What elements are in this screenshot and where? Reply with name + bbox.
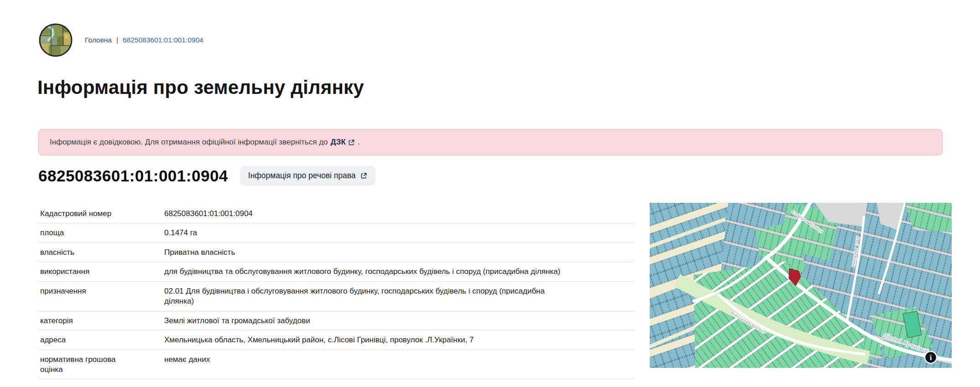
page-title: Інформація про земельну ділянку <box>37 77 364 98</box>
row-value: 6825083601:01:001:0904 <box>164 208 568 219</box>
parcel-number: 6825083601:01:001:0904 <box>38 167 228 185</box>
table-row: нормативна грошова оцінка немає даних <box>38 350 634 380</box>
row-value: 0.1474 га <box>164 227 568 238</box>
cadastral-map[interactable]: Соборна вулиця Лесі Українки Військова в… <box>650 203 952 368</box>
parcel-details-table: Кадастровий номер 6825083601:01:001:0904… <box>38 204 634 379</box>
alert-suffix: . <box>358 138 360 147</box>
row-value: немає даних <box>164 354 568 375</box>
cadastral-map-canvas[interactable]: Соборна вулиця Лесі Українки Військова в… <box>650 203 952 368</box>
row-label: адреса <box>38 334 164 345</box>
external-link-icon <box>348 139 355 146</box>
alert-text: Інформація є довідковою. Для отримання о… <box>50 138 328 147</box>
table-row: категорія Землі житлової та громадської … <box>38 311 634 330</box>
row-label: площа <box>38 227 164 238</box>
row-label: нормативна грошова оцінка <box>38 354 164 375</box>
row-value: Землі житлової та громадської забудови <box>164 315 568 326</box>
table-row: адреса Хмельницька область, Хмельницький… <box>38 330 634 350</box>
breadcrumb: Головна | 6825083601:01:001:0904 <box>85 36 203 44</box>
table-row: використання для будівництва та обслугов… <box>38 262 634 281</box>
breadcrumb-current-link[interactable]: 6825083601:01:001:0904 <box>123 36 203 44</box>
row-value: Хмельницька область, Хмельницький район,… <box>164 334 568 345</box>
row-value: для будівництва та обслуговування житлов… <box>164 266 568 277</box>
table-row: власність Приватна власність <box>38 243 634 262</box>
row-label: Кадастровий номер <box>38 208 164 219</box>
external-link-icon <box>360 172 367 179</box>
info-icon: i <box>930 353 932 362</box>
table-row: площа 0.1474 га <box>38 223 634 243</box>
property-rights-button-label: Інформація про речові права <box>248 171 356 181</box>
table-row: призначення 02.01 Для будівництва і обсл… <box>38 282 634 311</box>
row-label: призначення <box>38 285 164 307</box>
site-logo[interactable] <box>38 23 73 57</box>
breadcrumb-home-link[interactable]: Головна <box>85 36 112 44</box>
row-label: категорія <box>38 315 164 326</box>
table-row: Кадастровий номер 6825083601:01:001:0904 <box>38 204 634 223</box>
row-label: власність <box>38 247 164 258</box>
map-info-button[interactable]: i <box>925 351 937 363</box>
dzk-link[interactable]: ДЗК <box>331 138 355 147</box>
info-alert: Інформація є довідковою. Для отримання о… <box>38 129 943 155</box>
dzk-link-label: ДЗК <box>331 138 346 147</box>
breadcrumb-separator: | <box>116 36 118 44</box>
row-value: Приватна власність <box>164 247 568 258</box>
parcel-heading-row: 6825083601:01:001:0904 Інформація про ре… <box>38 166 375 186</box>
property-rights-button[interactable]: Інформація про речові права <box>240 166 375 186</box>
header: Головна | 6825083601:01:001:0904 <box>38 23 203 57</box>
row-value: 02.01 Для будівництва і обслуговування ж… <box>164 285 568 307</box>
logo-map-art <box>38 23 73 57</box>
row-label: використання <box>38 266 164 277</box>
